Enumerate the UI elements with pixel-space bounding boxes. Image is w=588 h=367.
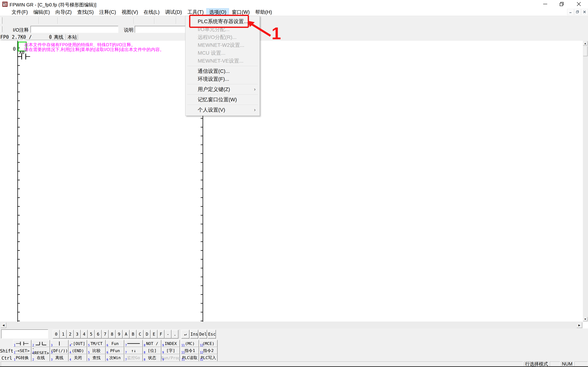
- fkey-label: [字]: [166, 348, 175, 353]
- fkey-PG转换[interactable]: 1PG转换: [13, 354, 31, 361]
- fkey-监控Go[interactable]: 7监控Go: [124, 354, 143, 361]
- fkey-(DF(/))[interactable]: 3(DF(/)): [50, 347, 69, 354]
- fkey-Run/Prog[interactable]: 9Run/Prog: [162, 354, 180, 361]
- restore-button[interactable]: [556, 0, 567, 8]
- fkey--<RESET>[interactable]: 2-<RESET>: [32, 347, 50, 354]
- key-B[interactable]: B: [130, 330, 137, 339]
- fkey-NOT /[interactable]: 8NOT /: [143, 340, 161, 347]
- scroll-left-button[interactable]: ◀: [1, 322, 6, 328]
- fkey-状态[interactable]: 8状态: [143, 354, 161, 361]
- key-7[interactable]: 7: [102, 330, 109, 339]
- fkey-label: TM/CT: [90, 341, 103, 346]
- fkey-次Win[interactable]: 6次Win: [106, 354, 124, 361]
- fkey-比较[interactable]: 5比较: [87, 347, 106, 354]
- fkey-label: 关闭: [74, 355, 82, 361]
- fkey-number: 9: [162, 351, 164, 354]
- key-9[interactable]: 9: [116, 330, 122, 339]
- key-.[interactable]: .: [172, 330, 178, 339]
- fkey--<SET>[interactable]: 1-<SET>: [13, 347, 31, 354]
- function-key-panel: 1234-[OUT]5TM/CT6Fun78NOT /9INDEX11(MC)1…: [0, 340, 588, 361]
- minimize-button[interactable]: [540, 0, 551, 8]
- key-6[interactable]: 6: [95, 330, 102, 339]
- key-Esc[interactable]: Esc: [208, 330, 216, 339]
- menu-item-MEWNET-VE设置...: MEWNET-VE设置...: [185, 57, 260, 65]
- io-comment-input[interactable]: [31, 26, 118, 33]
- toolbar-grip[interactable]: [1, 17, 2, 24]
- fkey-指令2[interactable]: 12指令2: [199, 347, 217, 354]
- scroll-down-button[interactable]: ▼: [583, 317, 588, 321]
- mdi-close-button[interactable]: [581, 9, 588, 15]
- key-A[interactable]: A: [122, 330, 130, 339]
- fkey-[位][interactable]: 8[位]: [143, 347, 161, 354]
- fkey-label: Fun: [111, 341, 119, 346]
- menu-帮助(H)[interactable]: 帮助(H): [252, 8, 275, 16]
- vertical-scroll-thumb[interactable]: [583, 46, 588, 56]
- ladder-diagram: [0, 41, 583, 322]
- key-Ins[interactable]: Ins: [190, 330, 198, 339]
- fkey-INDEX[interactable]: 9INDEX: [162, 340, 180, 347]
- fkey-查找[interactable]: 5查找: [87, 354, 106, 361]
- key-3[interactable]: 3: [74, 330, 81, 339]
- fkey-关闭[interactable]: 4关闭: [69, 354, 87, 361]
- fkey--[OUT][interactable]: 4-[OUT]: [69, 340, 87, 347]
- scroll-right-button[interactable]: ▶: [577, 322, 582, 328]
- key-D[interactable]: D: [144, 330, 150, 339]
- scroll-up-button[interactable]: ▲: [583, 41, 588, 45]
- fkey-PFun[interactable]: 6PFun: [106, 347, 124, 354]
- fkey-[字][interactable]: 9[字]: [162, 347, 180, 354]
- status-empty-cell-2: [574, 361, 588, 366]
- menu-注释(C)[interactable]: 注释(C): [96, 8, 119, 16]
- horizontal-scrollbar[interactable]: ◀ ▶: [0, 322, 583, 329]
- fkey-vline[interactable]: 3: [50, 340, 69, 347]
- mdi-minimize-button[interactable]: [567, 9, 574, 15]
- key-F[interactable]: F: [157, 330, 164, 339]
- menu-文件(F)[interactable]: 文件(F): [9, 8, 31, 16]
- key-Del[interactable]: Del: [199, 330, 207, 339]
- fkey-↑↓[interactable]: 7↑↓: [124, 347, 143, 354]
- key-1[interactable]: 1: [60, 330, 67, 339]
- fkey-(MCE)[interactable]: 12(MCE): [199, 340, 217, 347]
- menu-查找(S)[interactable]: 查找(S): [74, 8, 96, 16]
- fkey-PLC读取[interactable]: 11PLC读取: [181, 354, 199, 361]
- menu-向导(Z)[interactable]: 向导(Z): [52, 8, 74, 16]
- mdi-restore-button[interactable]: [574, 9, 581, 15]
- fkey-hline[interactable]: 7: [124, 340, 143, 347]
- key-8[interactable]: 8: [109, 330, 116, 339]
- fkey-TM/CT[interactable]: 5TM/CT: [87, 340, 106, 347]
- selection-mode-cell: 行选择模式: [524, 361, 549, 366]
- comment-bar-grip[interactable]: [1, 26, 2, 32]
- menu-item-用户定义键(Z)[interactable]: 用户定义键(Z)›: [185, 85, 260, 93]
- description-input[interactable]: [135, 26, 186, 33]
- key-2[interactable]: 2: [67, 330, 74, 339]
- close-button[interactable]: [573, 0, 584, 8]
- menu-在线(L)[interactable]: 在线(L): [141, 8, 162, 16]
- fkey-(END)[interactable]: 4(END): [69, 347, 87, 354]
- fkey-PLC写入[interactable]: 12PLC写入: [199, 354, 217, 361]
- key-↵[interactable]: ↵: [181, 330, 190, 339]
- vertical-scrollbar[interactable]: ▲ ▼: [583, 41, 588, 322]
- key--[interactable]: -: [164, 330, 172, 339]
- key-5[interactable]: 5: [88, 330, 95, 339]
- fkey-指令1[interactable]: 11指令1: [181, 347, 199, 354]
- menu-item-记忆窗口位置(W)[interactable]: 记忆窗口位置(W): [185, 96, 260, 103]
- instruction-input[interactable]: [1, 329, 48, 339]
- ladder-editor[interactable]: [0, 41, 583, 322]
- description-label: 说明: [124, 27, 133, 33]
- menu-调试(D)[interactable]: 调试(D): [162, 8, 184, 16]
- fkey-number: 7: [125, 344, 127, 347]
- menu-编辑(E)[interactable]: 编辑(E): [31, 8, 52, 16]
- menu-视图(V)[interactable]: 视图(V): [119, 8, 141, 16]
- key-0[interactable]: 0: [53, 330, 60, 339]
- menu-item-通信设置(C)...[interactable]: 通信设置(C)...: [185, 67, 260, 75]
- fkey-离线[interactable]: 3离线: [50, 354, 69, 361]
- menu-item-环境设置(F)...[interactable]: 环境设置(F)...: [185, 75, 260, 83]
- menu-item-个人设置(V)[interactable]: 个人设置(V)›: [185, 106, 260, 114]
- fkey-contact-open[interactable]: 1: [13, 340, 31, 347]
- key-C[interactable]: C: [137, 330, 144, 339]
- fkey-(MC)[interactable]: 11(MC): [181, 340, 199, 347]
- fkey-Fun[interactable]: 6Fun: [106, 340, 124, 347]
- key-4[interactable]: 4: [81, 330, 88, 339]
- fkey-在线[interactable]: 2在线: [32, 354, 50, 361]
- key-E[interactable]: E: [150, 330, 157, 339]
- fkey-number: 3: [51, 351, 52, 354]
